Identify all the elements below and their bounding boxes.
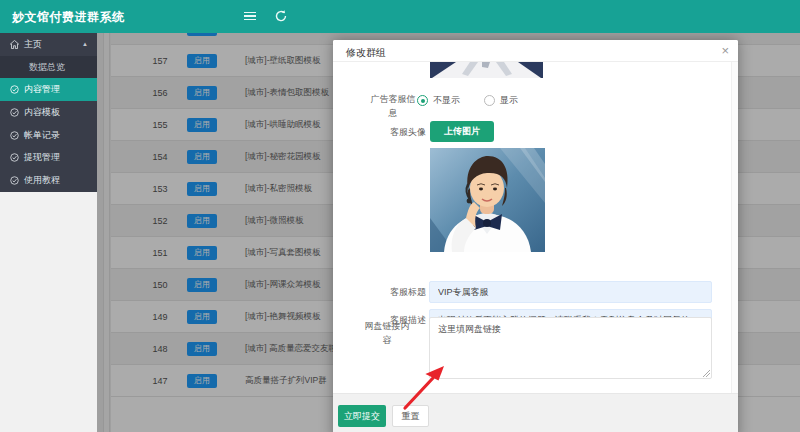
service-title-label: 客服标题 — [360, 286, 426, 300]
scrolled-photo-bottom-edge — [430, 62, 543, 78]
circle-check-icon — [10, 85, 19, 94]
modal-body: 广告客服信息 不显示 显示 客服头像 上传图片 — [333, 62, 738, 393]
close-icon[interactable]: × — [721, 43, 729, 59]
edit-group-modal: 修改群组 × 广告客服信息 不显示 显示 — [333, 40, 738, 432]
refresh-icon[interactable] — [274, 9, 290, 23]
sidebar-item-label: 内容管理 — [24, 83, 60, 96]
radio-selected-icon — [417, 95, 428, 106]
sidebar-item-label: 帐单记录 — [24, 129, 60, 142]
sidebar-item-6[interactable]: 使用教程 — [0, 169, 97, 192]
app-title: 妙文馆付费进群系统 — [12, 9, 125, 26]
sidebar-item-1[interactable]: 数据总览 — [0, 56, 97, 79]
sidebar: 主页▲数据总览内容管理内容模板帐单记录提现管理使用教程 — [0, 33, 97, 432]
textarea-resize-grip[interactable] — [703, 370, 710, 377]
netdisk-link-textarea[interactable]: 这里填网盘链接 — [429, 317, 712, 379]
caret-up-icon: ▲ — [82, 41, 88, 47]
radio-hide[interactable]: 不显示 — [417, 94, 460, 107]
service-title-input[interactable] — [429, 281, 712, 303]
sidebar-item-label: 主页 — [24, 38, 42, 51]
sidebar-item-label: 数据总览 — [29, 61, 65, 74]
radio-unselected-icon — [484, 95, 495, 106]
sidebar-menu: 主页▲数据总览内容管理内容模板帐单记录提现管理使用教程 — [0, 33, 97, 192]
upload-image-button[interactable]: 上传图片 — [430, 121, 494, 142]
sidebar-item-0[interactable]: 主页▲ — [0, 33, 97, 56]
hamburger-menu-icon[interactable] — [242, 9, 258, 23]
sidebar-item-label: 内容模板 — [24, 106, 60, 119]
sidebar-item-2[interactable]: 内容管理 — [0, 78, 97, 101]
radio-show[interactable]: 显示 — [484, 94, 518, 107]
sidebar-item-5[interactable]: 提现管理 — [0, 146, 97, 169]
home-icon — [10, 40, 19, 49]
ad-info-radio-group: 不显示 显示 — [417, 94, 534, 107]
modal-scrollbar[interactable] — [731, 62, 738, 393]
modal-title: 修改群组 — [346, 46, 386, 60]
submit-button[interactable]: 立即提交 — [338, 405, 386, 427]
modal-header: 修改群组 × — [333, 40, 738, 62]
sidebar-item-3[interactable]: 内容模板 — [0, 101, 97, 124]
sidebar-item-label: 提现管理 — [24, 151, 60, 164]
avatar-label: 客服头像 — [360, 126, 426, 140]
sidebar-item-4[interactable]: 帐单记录 — [0, 124, 97, 147]
circle-check-icon — [10, 131, 19, 140]
circle-check-icon — [10, 153, 19, 162]
netdisk-link-label: 网盘链接内容 — [354, 320, 420, 347]
red-arrow-annotation — [393, 357, 455, 419]
circle-check-icon — [10, 176, 19, 185]
customer-service-photo — [430, 148, 545, 252]
sidebar-item-label: 使用教程 — [24, 174, 60, 187]
circle-check-icon — [10, 108, 19, 117]
top-header-bar: 妙文馆付费进群系统 — [0, 0, 800, 33]
